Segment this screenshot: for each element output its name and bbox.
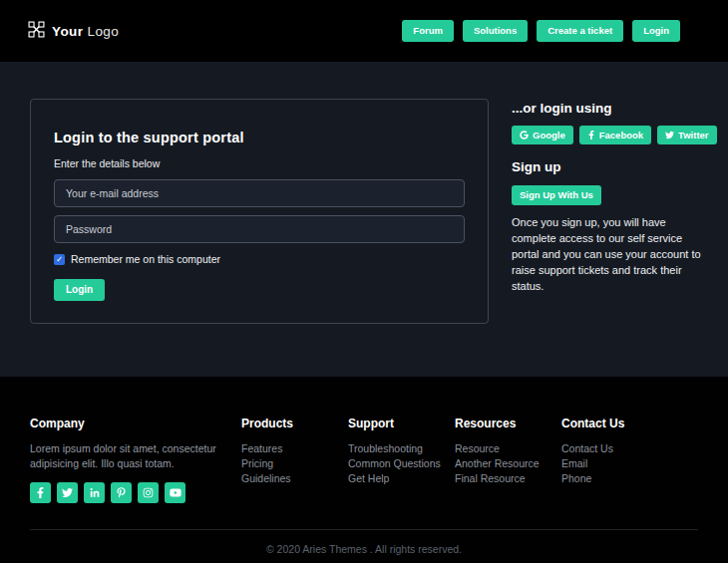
forum-button[interactable]: Forum <box>402 20 454 41</box>
linkedin-icon[interactable] <box>84 482 105 503</box>
placeholder-logo-icon <box>28 21 45 42</box>
facebook-login-button[interactable]: Facebook <box>579 126 651 144</box>
products-heading: Products <box>241 417 348 430</box>
pinterest-icon[interactable] <box>111 482 132 503</box>
facebook-login-label: Facebook <box>599 130 643 141</box>
remember-me-row[interactable]: ✓ Remember me on this computer <box>54 253 465 265</box>
link-final-resource[interactable]: Final Resource <box>455 471 561 486</box>
support-heading: Support <box>348 417 455 430</box>
link-another-resource[interactable]: Another Resource <box>455 456 561 471</box>
signup-button[interactable]: Sign Up With Us <box>512 185 601 204</box>
footer-columns: Company Lorem ipsum dolor sit amet, cons… <box>30 417 698 503</box>
sidebar-signup: ...or login using Google Facebook Twitte… <box>512 101 703 294</box>
instagram-icon[interactable] <box>138 482 159 503</box>
company-heading: Company <box>30 417 234 430</box>
google-login-label: Google <box>533 130 565 141</box>
facebook-icon <box>587 131 595 140</box>
link-contact-us[interactable]: Contact Us <box>561 441 668 456</box>
copyright-text: © 2020 Aries Themes . All rights reserve… <box>266 543 462 555</box>
brand-name-light: Logo <box>88 24 120 39</box>
contact-heading: Contact Us <box>561 417 668 430</box>
nav-actions: Forum Solutions Create a ticket Login <box>402 20 680 41</box>
footer-resources-column: Resources Resource Another Resource Fina… <box>455 417 561 503</box>
email-field[interactable] <box>54 179 465 207</box>
footer: Company Lorem ipsum dolor sit amet, cons… <box>0 377 728 563</box>
login-title: Login to the support portal <box>54 130 465 145</box>
resources-heading: Resources <box>455 417 561 430</box>
login-card: Login to the support portal Enter the de… <box>30 99 489 324</box>
footer-contact-column: Contact Us Contact Us Email Phone <box>561 417 668 503</box>
twitter-icon[interactable] <box>57 482 78 503</box>
google-login-button[interactable]: Google <box>512 126 573 144</box>
link-common-questions[interactable]: Common Questions <box>348 456 455 471</box>
brand-name-bold: Your <box>52 24 83 39</box>
main-section: Login to the support portal Enter the de… <box>0 62 728 377</box>
company-text: Lorem ipsum dolor sit amet, consectetur … <box>30 441 234 470</box>
twitter-login-button[interactable]: Twitter <box>657 126 716 144</box>
link-get-help[interactable]: Get Help <box>348 471 455 486</box>
link-phone[interactable]: Phone <box>561 471 668 486</box>
create-ticket-button[interactable]: Create a ticket <box>537 20 623 41</box>
footer-company-column: Company Lorem ipsum dolor sit amet, cons… <box>30 417 234 503</box>
google-icon <box>520 131 529 140</box>
password-field[interactable] <box>54 215 465 243</box>
link-troubleshooting[interactable]: Troubleshooting <box>348 441 455 456</box>
twitter-login-label: Twitter <box>678 130 708 141</box>
footer-products-column: Products Features Pricing Guidelines <box>241 417 348 503</box>
facebook-icon[interactable] <box>30 482 51 503</box>
link-email[interactable]: Email <box>561 456 668 471</box>
footer-support-column: Support Troubleshooting Common Questions… <box>348 417 455 503</box>
link-guidelines[interactable]: Guidelines <box>241 471 348 486</box>
remember-checkbox[interactable]: ✓ <box>54 254 65 265</box>
link-features[interactable]: Features <box>241 441 348 456</box>
signup-title: Sign up <box>512 159 703 174</box>
login-subtitle: Enter the details below <box>54 157 465 169</box>
navbar: Your Logo Forum Solutions Create a ticke… <box>0 0 728 62</box>
youtube-icon[interactable] <box>165 482 185 503</box>
brand-name: Your Logo <box>52 24 119 39</box>
signup-description: Once you sign up, you will have complete… <box>512 215 703 295</box>
brand[interactable]: Your Logo <box>28 21 119 42</box>
nav-login-button[interactable]: Login <box>632 20 680 41</box>
login-using-title: ...or login using <box>512 101 703 116</box>
link-pricing[interactable]: Pricing <box>241 456 348 471</box>
twitter-icon <box>665 131 674 140</box>
footer-bottom: © 2020 Aries Themes . All rights reserve… <box>30 529 698 563</box>
social-login-row: Google Facebook Twitter <box>512 126 703 144</box>
footer-social-icons <box>30 482 234 503</box>
remember-label: Remember me on this computer <box>71 253 220 265</box>
link-resource[interactable]: Resource <box>455 441 561 456</box>
login-submit-button[interactable]: Login <box>54 279 105 301</box>
solutions-button[interactable]: Solutions <box>463 20 528 41</box>
